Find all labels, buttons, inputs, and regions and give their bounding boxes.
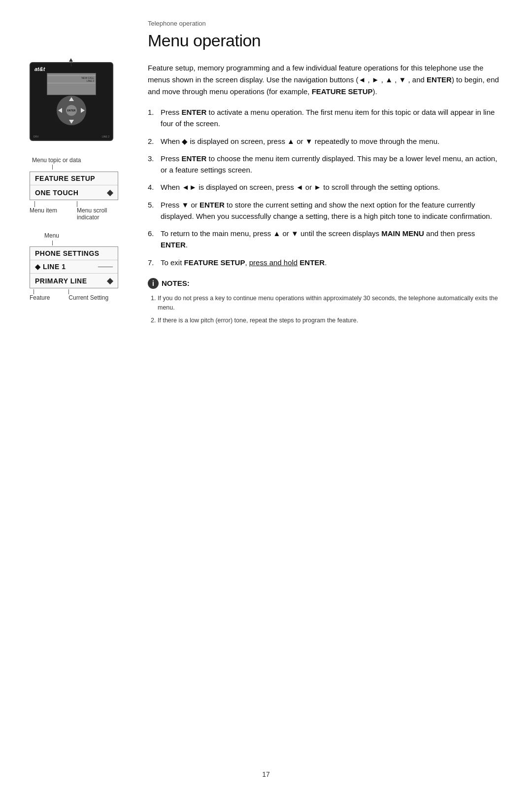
- nav-right-arrow: [81, 108, 85, 113]
- nav-down-arrow: [69, 120, 74, 124]
- step-text-3: Press ENTER to choose the menu item curr…: [161, 153, 502, 176]
- notes-header-text: NOTES:: [162, 279, 190, 287]
- label-line-connector: [30, 165, 133, 170]
- info-icon-label: i: [152, 279, 154, 287]
- top-arrow-line: [71, 62, 71, 67]
- step-text-4: When ◄► is displayed on screen, press ◄ …: [161, 181, 502, 193]
- top-arrow-indicator: [69, 58, 73, 67]
- phone-label-drv: DRV: [33, 135, 38, 138]
- menu-label-row: Menu: [44, 231, 133, 240]
- note-item-1: If you do not press a key to continue me…: [158, 294, 502, 312]
- feature-label: Feature: [30, 294, 50, 301]
- current-setting-col: Current Setting: [68, 289, 108, 301]
- indicator-label: indicator: [77, 214, 99, 221]
- current-setting-vert-line: [68, 289, 69, 294]
- vert-line-seg: [52, 165, 53, 170]
- lcd-row-primary-line: PRIMARY LINE ◆: [30, 274, 118, 288]
- step-text-2: When ◆ is displayed on screen, press ▲ o…: [161, 136, 502, 147]
- menu-vert-line: [52, 241, 53, 245]
- feature-setup-bold-intro: FEATURE SETUP: [312, 87, 373, 96]
- lcd-row-line1: ◆ LINE 1: [30, 260, 118, 274]
- right-column: Feature setup, memory programming and a …: [148, 62, 502, 329]
- lcd-row-one-touch: ONE TOUCH ◆: [30, 185, 118, 200]
- step-text-7: To exit FEATURE SETUP, press and hold EN…: [161, 257, 502, 268]
- one-touch-label: ONE TOUCH: [35, 189, 78, 197]
- step7-enter-bold: ENTER: [299, 258, 325, 267]
- nav-left-arrow: [58, 108, 62, 113]
- diamond-symbol-2: ◆: [107, 276, 113, 285]
- enter-bold-intro: ENTER: [427, 75, 452, 84]
- menu-scroll-label: Menu scroll: [77, 207, 107, 214]
- step7-press-hold: press and hold: [249, 258, 298, 267]
- note-item-2: If there is a low pitch (error) tone, re…: [158, 316, 502, 325]
- page-title: Menu operation: [148, 31, 502, 50]
- scroll-line-col: [77, 201, 77, 207]
- step-number-3: 3.: [148, 153, 157, 176]
- phone-bottom-text: DRV LINE 2: [31, 135, 112, 138]
- step-item-3: 3. Press ENTER to choose the menu item c…: [148, 153, 502, 176]
- line1-label: LINE 1: [43, 263, 66, 271]
- menu-item-labels-row: Menu item Menu scroll indicator: [30, 201, 133, 221]
- left-column: at&t NEW CALLLINE 2 ENTER: [30, 62, 133, 301]
- menu-item-vert-line: [34, 201, 35, 207]
- phone-diagram: at&t NEW CALLLINE 2 ENTER: [30, 62, 118, 151]
- steps-list: 1. Press ENTER to activate a menu operat…: [148, 106, 502, 268]
- notes-header: i NOTES:: [148, 278, 502, 289]
- content-area: at&t NEW CALLLINE 2 ENTER: [30, 62, 502, 329]
- note-text-1: If you do not press a key to continue me…: [158, 295, 498, 311]
- phone-logo: at&t: [34, 66, 45, 72]
- diamond-symbol-1: ◆: [107, 188, 113, 197]
- step-number-6: 6.: [148, 228, 157, 251]
- step6-mainmenu-bold: MAIN MENU: [381, 229, 424, 238]
- page-container: Telephone operation Menu operation at&t …: [0, 0, 532, 798]
- phone-settings-label: PHONE SETTINGS: [35, 249, 100, 257]
- intro-paragraph: Feature setup, memory programming and a …: [148, 62, 502, 98]
- phone-image-box: at&t NEW CALLLINE 2 ENTER: [30, 62, 113, 141]
- menu-topic-label-row: Menu topic or data: [32, 157, 133, 164]
- page-number: 17: [262, 770, 270, 778]
- scroll-vert-line: [77, 201, 77, 207]
- step-number-4: 4.: [148, 181, 157, 193]
- info-icon: i: [148, 278, 159, 289]
- note-text-2: If there is a low pitch (error) tone, re…: [158, 317, 358, 324]
- step-item-1: 1. Press ENTER to activate a menu operat…: [148, 106, 502, 130]
- step-number-2: 2.: [148, 136, 157, 147]
- feature-current-labels: Feature Current Setting: [30, 289, 133, 301]
- primary-line-label: PRIMARY LINE: [35, 277, 87, 285]
- step3-enter-bold: ENTER: [182, 154, 207, 163]
- line1-horiz-line: [98, 267, 113, 267]
- step1-enter-bold: ENTER: [182, 108, 207, 116]
- nav-enter-button: ENTER: [66, 105, 77, 116]
- step-number-1: 1.: [148, 106, 157, 130]
- notes-list: If you do not press a key to continue me…: [148, 294, 502, 325]
- screen-line2: NEW CALLLINE 2: [47, 76, 96, 83]
- step-text-5: Press ▼ or ENTER to store the current se…: [161, 199, 502, 222]
- lcd-row-feature-setup: FEATURE SETUP: [30, 172, 118, 185]
- notes-section: i NOTES: If you do not press a key to co…: [148, 278, 502, 325]
- step-item-6: 6. To return to the main menu, press ▲ o…: [148, 228, 502, 251]
- step6-enter-bold: ENTER: [161, 241, 186, 249]
- lcd-row-phone-settings: PHONE SETTINGS: [30, 247, 118, 260]
- step-text-6: To return to the main menu, press ▲ or ▼…: [161, 228, 502, 251]
- step-item-7: 7. To exit FEATURE SETUP, press and hold…: [148, 257, 502, 268]
- enter-label: ENTER: [67, 109, 76, 112]
- feature-col: Feature: [30, 289, 50, 301]
- step-text-1: Press ENTER to activate a menu operation…: [161, 106, 502, 130]
- menu-item-label: Menu item: [30, 207, 57, 214]
- phone-screen: NEW CALLLINE 2: [47, 73, 96, 95]
- step5-enter-bold: ENTER: [200, 201, 225, 209]
- menu-item-line-col: Menu item: [30, 201, 57, 221]
- line1-sym: ◆ LINE 1: [35, 263, 66, 271]
- breadcrumb: Telephone operation: [148, 20, 502, 27]
- step-item-4: 4. When ◄► is displayed on screen, press…: [148, 181, 502, 193]
- menu-label: Menu: [44, 232, 59, 239]
- menu-topic-label: Menu topic or data: [32, 157, 81, 164]
- step7-featsetup-bold: FEATURE SETUP: [184, 258, 245, 267]
- lcd-box-2: PHONE SETTINGS ◆ LINE 1 PRIMARY LINE ◆: [30, 246, 118, 288]
- nav-up-arrow: [69, 97, 74, 101]
- step-number-7: 7.: [148, 257, 157, 268]
- step-item-5: 5. Press ▼ or ENTER to store the current…: [148, 199, 502, 222]
- phone-label-line2: LINE 2: [102, 135, 109, 138]
- lcd-box-1: FEATURE SETUP ONE TOUCH ◆: [30, 172, 118, 200]
- menu-scroll-label-col: Menu scroll indicator: [77, 201, 107, 221]
